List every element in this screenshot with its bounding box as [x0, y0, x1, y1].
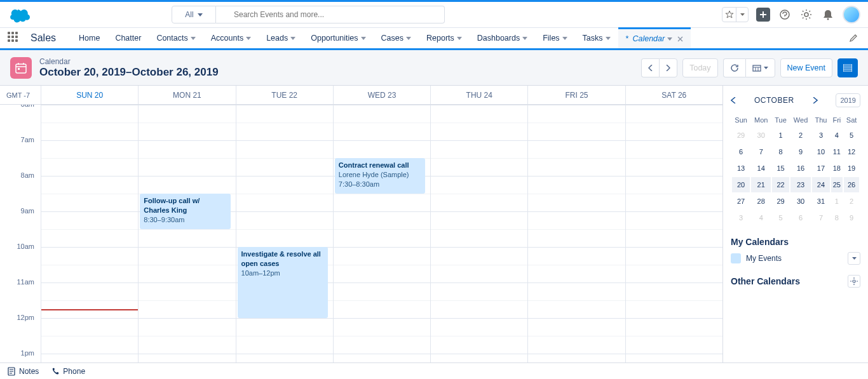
chevron-down-icon[interactable] — [406, 37, 411, 40]
calendar-event[interactable]: Investigate & resolve all open cases10am… — [238, 247, 328, 318]
view-dropdown-button[interactable] — [745, 58, 775, 77]
mini-cal-day[interactable]: 4 — [751, 210, 771, 225]
mini-cal-day[interactable]: 19 — [844, 161, 859, 176]
nav-tab-chatter[interactable]: Chatter — [107, 28, 149, 48]
notifications-bell-icon[interactable] — [821, 8, 835, 22]
mini-cal-day[interactable]: 9 — [844, 210, 859, 225]
mini-cal-day[interactable]: 8 — [772, 144, 789, 159]
calendar-event[interactable]: Contract renewal callLorene Hyde (Sample… — [335, 158, 425, 194]
today-button[interactable]: Today — [682, 58, 717, 77]
chevron-down-icon[interactable] — [522, 37, 527, 40]
mini-cal-day[interactable]: 3 — [732, 210, 750, 225]
my-events-menu-button[interactable] — [848, 252, 860, 265]
nav-tab-dashboards[interactable]: Dashboards — [470, 28, 535, 48]
nav-tab-contacts[interactable]: Contacts — [149, 28, 203, 48]
day-column[interactable] — [527, 105, 625, 362]
chevron-down-icon[interactable] — [191, 37, 196, 40]
mini-cal-day[interactable]: 10 — [812, 144, 829, 159]
mini-cal-day[interactable]: 26 — [844, 177, 859, 192]
nav-tab-leads[interactable]: Leads — [259, 28, 303, 48]
mini-cal-day[interactable]: 29 — [772, 194, 789, 209]
mini-cal-day[interactable]: 4 — [831, 128, 843, 143]
mini-cal-day[interactable]: 22 — [772, 177, 789, 192]
day-column[interactable]: Investigate & resolve all open cases10am… — [236, 105, 333, 362]
mini-cal-day[interactable]: 23 — [790, 177, 811, 192]
day-column[interactable]: Contract renewal callLorene Hyde (Sample… — [333, 105, 430, 362]
mini-cal-day[interactable]: 31 — [812, 194, 829, 209]
mini-cal-day[interactable]: 2 — [844, 194, 859, 209]
mini-cal-day[interactable]: 17 — [812, 161, 829, 176]
day-header[interactable]: SUN 20 — [41, 86, 138, 104]
mini-cal-day[interactable]: 9 — [790, 144, 811, 159]
mini-cal-day[interactable]: 30 — [790, 194, 811, 209]
search-scope-dropdown[interactable]: All — [172, 6, 216, 23]
mini-cal-day[interactable]: 11 — [831, 144, 843, 159]
mini-cal-day[interactable]: 2 — [790, 128, 811, 143]
mini-cal-day[interactable]: 13 — [732, 161, 750, 176]
mini-cal-day[interactable]: 12 — [844, 144, 859, 159]
chevron-down-icon[interactable] — [361, 37, 366, 40]
notes-utility[interactable]: Notes — [8, 367, 39, 376]
day-column[interactable] — [430, 105, 527, 362]
nav-tab-reports[interactable]: Reports — [419, 28, 470, 48]
nav-tab-cases[interactable]: Cases — [374, 28, 419, 48]
mini-cal-day[interactable]: 21 — [751, 177, 771, 192]
mini-cal-day[interactable]: 1 — [772, 128, 789, 143]
mini-cal-day[interactable]: 15 — [772, 161, 789, 176]
nav-tab-tasks[interactable]: Tasks — [575, 28, 618, 48]
nav-tab-files[interactable]: Files — [535, 28, 574, 48]
other-calendars-settings-button[interactable] — [848, 275, 860, 288]
mini-cal-day[interactable]: 24 — [812, 177, 829, 192]
chevron-down-icon[interactable] — [667, 37, 672, 41]
mini-cal-day[interactable]: 8 — [831, 210, 843, 225]
day-header[interactable]: MON 21 — [138, 86, 235, 104]
mini-cal-day[interactable]: 29 — [732, 128, 750, 143]
mini-cal-day[interactable]: 14 — [751, 161, 771, 176]
mini-cal-day[interactable]: 7 — [751, 144, 771, 159]
day-column[interactable]: Follow-up call w/ Charles King8:30–9:30a… — [138, 105, 235, 362]
mini-cal-day[interactable]: 18 — [831, 161, 843, 176]
mini-cal-day[interactable]: 16 — [790, 161, 811, 176]
chevron-down-icon[interactable] — [290, 37, 295, 40]
nav-tab-calendar[interactable]: Calendar — [618, 27, 691, 48]
mini-cal-year[interactable]: 2019 — [836, 93, 860, 107]
salesforce-help-icon[interactable] — [778, 8, 792, 22]
search-input[interactable] — [216, 6, 445, 23]
phone-utility[interactable]: Phone — [51, 367, 85, 376]
side-panel-toggle-button[interactable] — [837, 58, 858, 77]
salesforce-logo[interactable] — [8, 6, 33, 23]
mini-cal-day[interactable]: 6 — [732, 144, 750, 159]
mini-cal-day[interactable]: 7 — [812, 210, 829, 225]
day-column[interactable] — [625, 105, 722, 362]
nav-tab-home[interactable]: Home — [71, 28, 107, 48]
new-event-button[interactable]: New Event — [780, 58, 832, 77]
user-avatar[interactable] — [843, 6, 860, 23]
next-week-button[interactable] — [659, 58, 677, 77]
chevron-down-icon[interactable] — [562, 37, 567, 40]
global-actions-button[interactable] — [756, 8, 770, 22]
nav-tab-accounts[interactable]: Accounts — [203, 28, 259, 48]
chevron-down-icon[interactable] — [457, 37, 462, 40]
mini-cal-next-button[interactable] — [813, 97, 818, 103]
chevron-down-icon[interactable] — [246, 37, 251, 40]
day-header[interactable]: FRI 25 — [527, 86, 625, 104]
mini-cal-day[interactable]: 28 — [751, 194, 771, 209]
mini-cal-prev-button[interactable] — [731, 97, 736, 103]
mini-cal-day[interactable]: 25 — [831, 177, 843, 192]
day-header[interactable]: TUE 22 — [236, 86, 333, 104]
day-header[interactable]: SAT 26 — [625, 86, 722, 104]
mini-cal-day[interactable]: 20 — [732, 177, 750, 192]
mini-cal-day[interactable]: 5 — [844, 128, 859, 143]
prev-week-button[interactable] — [641, 58, 659, 77]
nav-tab-opportunities[interactable]: Opportunities — [303, 28, 373, 48]
chevron-down-icon[interactable] — [606, 37, 611, 40]
app-launcher-icon[interactable] — [8, 32, 20, 44]
setup-gear-icon[interactable] — [799, 8, 813, 22]
close-icon[interactable] — [677, 36, 683, 42]
mini-cal-day[interactable]: 1 — [831, 194, 843, 209]
mini-cal-day[interactable]: 27 — [732, 194, 750, 209]
day-column[interactable] — [41, 105, 138, 362]
edit-nav-pencil-icon[interactable] — [849, 34, 858, 43]
mini-cal-day[interactable]: 3 — [812, 128, 829, 143]
mini-cal-day[interactable]: 30 — [751, 128, 771, 143]
